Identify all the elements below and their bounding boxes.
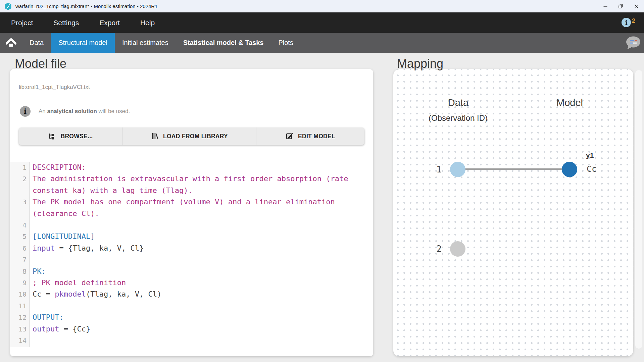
code-line: 10Cc = pkmodel(Tlag, ka, V, Cl) <box>10 289 373 300</box>
code-content[interactable]: The PK model has one compartment (volume… <box>30 196 365 219</box>
code-content[interactable]: ; PK model definition <box>30 277 365 289</box>
tab-data[interactable]: Data <box>22 33 51 53</box>
code-lines: 1DESCRIPTION:2The administration is extr… <box>10 162 373 347</box>
note-prefix: An <box>39 108 47 114</box>
monolix-logo-icon <box>4 2 12 10</box>
tab-statistical-model-tasks[interactable]: Statistical model & Tasks <box>176 33 271 53</box>
load-from-library-button[interactable]: LOAD FROM LIBRARY <box>122 127 256 145</box>
code-content[interactable]: OUTPUT: <box>30 312 365 323</box>
code-line: 11 <box>10 300 373 312</box>
code-content[interactable] <box>30 300 365 312</box>
library-file-name: lib:oral1_1cpt_TlagkaVCl.txt <box>19 84 90 91</box>
data-column-subtitle: (Observation ID) <box>413 113 503 123</box>
line-number: 2 <box>10 173 30 196</box>
code-token: The PK model has one compartment (volume… <box>33 198 339 217</box>
code-content[interactable] <box>30 219 365 231</box>
tab-bar: Data Structural model Initial estimates … <box>0 33 644 53</box>
code-line: 7 <box>10 254 373 265</box>
speech-bubble-icon <box>625 36 641 50</box>
code-line: 9; PK model definition <box>10 277 373 289</box>
model-file-heading: Model file <box>15 57 66 71</box>
line-number: 5 <box>10 231 30 242</box>
restore-button[interactable] <box>613 0 629 12</box>
notification-badge[interactable]: i 2 <box>622 18 635 27</box>
close-icon <box>634 4 638 8</box>
tab-structural-model[interactable]: Structural model <box>51 33 115 53</box>
tab-plots[interactable]: Plots <box>271 33 300 53</box>
code-content[interactable] <box>30 335 365 346</box>
tab-home[interactable] <box>0 33 22 53</box>
code-line: 3The PK model has one compartment (volum… <box>10 196 373 219</box>
close-button[interactable] <box>629 0 644 12</box>
info-icon: i <box>20 106 31 117</box>
line-number: 3 <box>10 196 30 219</box>
code-line: 6input = {Tlag, ka, V, Cl} <box>10 243 373 254</box>
notification-count: 2 <box>632 17 635 24</box>
model-file-actions: BROWSE... LOAD FROM LIBRARY <box>19 127 364 145</box>
code-token: Cc = <box>33 290 55 298</box>
code-token: input <box>33 244 55 252</box>
code-line: 4 <box>10 219 373 231</box>
code-line: 8PK: <box>10 266 373 277</box>
tab-initial-estimates[interactable]: Initial estimates <box>115 33 176 53</box>
code-content[interactable]: DESCRIPTION: <box>30 162 365 173</box>
menu-project[interactable]: Project <box>11 19 33 27</box>
feedback-button[interactable] <box>625 36 641 52</box>
minimize-icon <box>603 4 607 8</box>
note-suffix: will be used. <box>97 108 130 114</box>
code-editor[interactable]: 1DESCRIPTION:2The administration is extr… <box>10 162 373 347</box>
line-number: 12 <box>10 312 30 323</box>
main-content: Model file Mapping lib:oral1_1cpt_Tlagka… <box>0 53 644 362</box>
observation-id-1-label: 1 <box>426 164 442 175</box>
monolix-window: warfarin_r02_1cmp_tlag.mlxtran* - Monoli… <box>0 0 644 362</box>
menu-export[interactable]: Export <box>99 19 120 27</box>
code-content[interactable]: Cc = pkmodel(Tlag, ka, V, Cl) <box>30 289 365 300</box>
mapping-heading: Mapping <box>397 57 443 71</box>
code-line: 13output = {Cc} <box>10 323 373 335</box>
line-number: 7 <box>10 254 30 265</box>
code-line: 12OUTPUT: <box>10 312 373 323</box>
code-content[interactable]: [LONGITUDINAL] <box>30 231 365 242</box>
line-number: 9 <box>10 277 30 289</box>
data-column-title: Data <box>426 97 491 108</box>
code-token: PK: <box>33 267 46 275</box>
code-token: The administration is extravascular with… <box>33 174 353 194</box>
scrollbar-track[interactable] <box>635 70 642 349</box>
load-from-library-label: LOAD FROM LIBRARY <box>163 133 228 140</box>
window-title: warfarin_r02_1cmp_tlag.mlxtran* - Monoli… <box>15 3 158 9</box>
model-variable-name: Cc <box>587 164 597 174</box>
code-token: pkmodel <box>55 290 86 298</box>
code-content[interactable]: The administration is extravascular with… <box>30 173 365 196</box>
browse-label: BROWSE... <box>60 133 93 140</box>
data-dot-2[interactable] <box>450 241 465 257</box>
code-token: DESCRIPTION: <box>33 163 86 171</box>
line-number: 8 <box>10 266 30 277</box>
model-dot-y1[interactable] <box>562 162 577 177</box>
code-token: OUTPUT: <box>33 313 64 321</box>
line-number: 1 <box>10 162 30 173</box>
browse-button[interactable]: BROWSE... <box>19 127 122 145</box>
menu-settings[interactable]: Settings <box>53 19 79 27</box>
minimize-button[interactable] <box>598 0 613 12</box>
line-number: 13 <box>10 323 30 335</box>
code-line: 1DESCRIPTION: <box>10 162 373 173</box>
code-line: 5[LONGITUDINAL] <box>10 231 373 242</box>
code-content[interactable]: input = {Tlag, ka, V, Cl} <box>30 243 365 254</box>
edit-model-label: EDIT MODEL <box>298 133 335 140</box>
code-token: (Tlag, ka, V, Cl) <box>86 290 161 298</box>
library-icon <box>151 132 159 140</box>
line-number: 6 <box>10 243 30 254</box>
code-content[interactable]: output = {Cc} <box>30 323 365 335</box>
code-content[interactable] <box>30 254 365 265</box>
data-dot-1[interactable] <box>450 162 465 177</box>
model-output-name: y1 <box>586 151 594 159</box>
home-icon <box>6 38 16 47</box>
code-content[interactable]: PK: <box>30 266 365 277</box>
menu-help[interactable]: Help <box>140 19 155 27</box>
menu-bar: Project Settings Export Help i 2 <box>0 12 644 33</box>
code-token: = {Tlag, ka, V, Cl} <box>55 244 144 252</box>
line-number: 14 <box>10 335 30 346</box>
code-line: 2The administration is extravascular wit… <box>10 173 373 196</box>
edit-icon <box>286 132 294 140</box>
edit-model-button[interactable]: EDIT MODEL <box>256 127 364 145</box>
